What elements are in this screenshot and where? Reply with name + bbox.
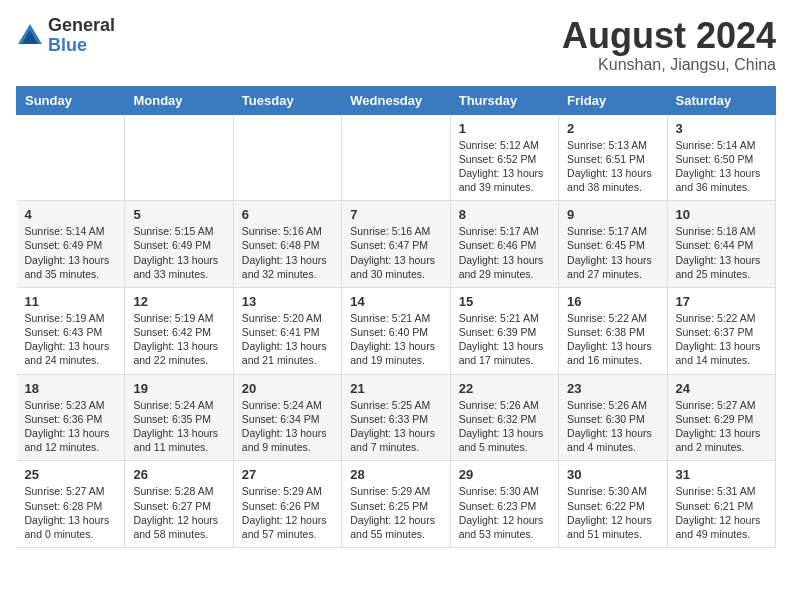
- day-content: Sunrise: 5:24 AM Sunset: 6:34 PM Dayligh…: [242, 398, 333, 455]
- day-number: 11: [25, 294, 117, 309]
- calendar-day-cell: 7Sunrise: 5:16 AM Sunset: 6:47 PM Daylig…: [342, 201, 450, 288]
- title-area: August 2024 Kunshan, Jiangsu, China: [562, 16, 776, 74]
- day-content: Sunrise: 5:30 AM Sunset: 6:23 PM Dayligh…: [459, 484, 550, 541]
- calendar-day-cell: 26Sunrise: 5:28 AM Sunset: 6:27 PM Dayli…: [125, 461, 233, 548]
- calendar-day-cell: 27Sunrise: 5:29 AM Sunset: 6:26 PM Dayli…: [233, 461, 341, 548]
- calendar-day-cell: 5Sunrise: 5:15 AM Sunset: 6:49 PM Daylig…: [125, 201, 233, 288]
- calendar-week-row: 18Sunrise: 5:23 AM Sunset: 6:36 PM Dayli…: [17, 374, 776, 461]
- day-content: Sunrise: 5:22 AM Sunset: 6:38 PM Dayligh…: [567, 311, 658, 368]
- calendar-table: SundayMondayTuesdayWednesdayThursdayFrid…: [16, 86, 776, 548]
- weekday-header-saturday: Saturday: [667, 86, 775, 114]
- day-content: Sunrise: 5:19 AM Sunset: 6:43 PM Dayligh…: [25, 311, 117, 368]
- day-number: 4: [25, 207, 117, 222]
- calendar-day-cell: 19Sunrise: 5:24 AM Sunset: 6:35 PM Dayli…: [125, 374, 233, 461]
- weekday-header-sunday: Sunday: [17, 86, 125, 114]
- calendar-day-cell: 22Sunrise: 5:26 AM Sunset: 6:32 PM Dayli…: [450, 374, 558, 461]
- day-content: Sunrise: 5:24 AM Sunset: 6:35 PM Dayligh…: [133, 398, 224, 455]
- logo-text-blue: Blue: [48, 35, 87, 55]
- day-number: 18: [25, 381, 117, 396]
- calendar-day-cell: 18Sunrise: 5:23 AM Sunset: 6:36 PM Dayli…: [17, 374, 125, 461]
- day-content: Sunrise: 5:17 AM Sunset: 6:45 PM Dayligh…: [567, 224, 658, 281]
- weekday-header-wednesday: Wednesday: [342, 86, 450, 114]
- calendar-day-cell: 29Sunrise: 5:30 AM Sunset: 6:23 PM Dayli…: [450, 461, 558, 548]
- calendar-week-row: 1Sunrise: 5:12 AM Sunset: 6:52 PM Daylig…: [17, 114, 776, 201]
- day-content: Sunrise: 5:25 AM Sunset: 6:33 PM Dayligh…: [350, 398, 441, 455]
- weekday-header-friday: Friday: [559, 86, 667, 114]
- day-content: Sunrise: 5:16 AM Sunset: 6:48 PM Dayligh…: [242, 224, 333, 281]
- day-content: Sunrise: 5:17 AM Sunset: 6:46 PM Dayligh…: [459, 224, 550, 281]
- day-number: 23: [567, 381, 658, 396]
- day-number: 15: [459, 294, 550, 309]
- day-content: Sunrise: 5:29 AM Sunset: 6:25 PM Dayligh…: [350, 484, 441, 541]
- page-header: General Blue August 2024 Kunshan, Jiangs…: [16, 16, 776, 74]
- calendar-day-cell: 10Sunrise: 5:18 AM Sunset: 6:44 PM Dayli…: [667, 201, 775, 288]
- day-content: Sunrise: 5:12 AM Sunset: 6:52 PM Dayligh…: [459, 138, 550, 195]
- day-content: Sunrise: 5:29 AM Sunset: 6:26 PM Dayligh…: [242, 484, 333, 541]
- calendar-day-cell: 23Sunrise: 5:26 AM Sunset: 6:30 PM Dayli…: [559, 374, 667, 461]
- weekday-header-thursday: Thursday: [450, 86, 558, 114]
- day-number: 9: [567, 207, 658, 222]
- logo-icon: [16, 22, 44, 50]
- calendar-day-cell: 12Sunrise: 5:19 AM Sunset: 6:42 PM Dayli…: [125, 287, 233, 374]
- day-content: Sunrise: 5:31 AM Sunset: 6:21 PM Dayligh…: [676, 484, 767, 541]
- day-content: Sunrise: 5:22 AM Sunset: 6:37 PM Dayligh…: [676, 311, 767, 368]
- day-number: 26: [133, 467, 224, 482]
- day-number: 20: [242, 381, 333, 396]
- day-content: Sunrise: 5:15 AM Sunset: 6:49 PM Dayligh…: [133, 224, 224, 281]
- calendar-day-cell: 11Sunrise: 5:19 AM Sunset: 6:43 PM Dayli…: [17, 287, 125, 374]
- calendar-day-cell: 2Sunrise: 5:13 AM Sunset: 6:51 PM Daylig…: [559, 114, 667, 201]
- weekday-header-row: SundayMondayTuesdayWednesdayThursdayFrid…: [17, 86, 776, 114]
- day-number: 31: [676, 467, 767, 482]
- day-content: Sunrise: 5:26 AM Sunset: 6:30 PM Dayligh…: [567, 398, 658, 455]
- calendar-day-cell: 31Sunrise: 5:31 AM Sunset: 6:21 PM Dayli…: [667, 461, 775, 548]
- day-number: 1: [459, 121, 550, 136]
- day-content: Sunrise: 5:13 AM Sunset: 6:51 PM Dayligh…: [567, 138, 658, 195]
- empty-calendar-cell: [342, 114, 450, 201]
- calendar-week-row: 4Sunrise: 5:14 AM Sunset: 6:49 PM Daylig…: [17, 201, 776, 288]
- day-number: 24: [676, 381, 767, 396]
- calendar-week-row: 25Sunrise: 5:27 AM Sunset: 6:28 PM Dayli…: [17, 461, 776, 548]
- day-content: Sunrise: 5:14 AM Sunset: 6:49 PM Dayligh…: [25, 224, 117, 281]
- calendar-day-cell: 21Sunrise: 5:25 AM Sunset: 6:33 PM Dayli…: [342, 374, 450, 461]
- weekday-header-monday: Monday: [125, 86, 233, 114]
- day-number: 3: [676, 121, 767, 136]
- day-number: 10: [676, 207, 767, 222]
- day-number: 14: [350, 294, 441, 309]
- calendar-day-cell: 14Sunrise: 5:21 AM Sunset: 6:40 PM Dayli…: [342, 287, 450, 374]
- calendar-day-cell: 4Sunrise: 5:14 AM Sunset: 6:49 PM Daylig…: [17, 201, 125, 288]
- logo: General Blue: [16, 16, 115, 56]
- day-number: 6: [242, 207, 333, 222]
- calendar-day-cell: 6Sunrise: 5:16 AM Sunset: 6:48 PM Daylig…: [233, 201, 341, 288]
- day-number: 21: [350, 381, 441, 396]
- calendar-day-cell: 1Sunrise: 5:12 AM Sunset: 6:52 PM Daylig…: [450, 114, 558, 201]
- day-content: Sunrise: 5:21 AM Sunset: 6:40 PM Dayligh…: [350, 311, 441, 368]
- day-content: Sunrise: 5:16 AM Sunset: 6:47 PM Dayligh…: [350, 224, 441, 281]
- day-number: 7: [350, 207, 441, 222]
- day-number: 25: [25, 467, 117, 482]
- calendar-day-cell: 25Sunrise: 5:27 AM Sunset: 6:28 PM Dayli…: [17, 461, 125, 548]
- calendar-day-cell: 24Sunrise: 5:27 AM Sunset: 6:29 PM Dayli…: [667, 374, 775, 461]
- day-number: 29: [459, 467, 550, 482]
- day-number: 30: [567, 467, 658, 482]
- empty-calendar-cell: [17, 114, 125, 201]
- day-content: Sunrise: 5:26 AM Sunset: 6:32 PM Dayligh…: [459, 398, 550, 455]
- calendar-day-cell: 15Sunrise: 5:21 AM Sunset: 6:39 PM Dayli…: [450, 287, 558, 374]
- calendar-day-cell: 16Sunrise: 5:22 AM Sunset: 6:38 PM Dayli…: [559, 287, 667, 374]
- calendar-week-row: 11Sunrise: 5:19 AM Sunset: 6:43 PM Dayli…: [17, 287, 776, 374]
- day-content: Sunrise: 5:18 AM Sunset: 6:44 PM Dayligh…: [676, 224, 767, 281]
- logo-text-general: General: [48, 15, 115, 35]
- day-content: Sunrise: 5:28 AM Sunset: 6:27 PM Dayligh…: [133, 484, 224, 541]
- calendar-day-cell: 28Sunrise: 5:29 AM Sunset: 6:25 PM Dayli…: [342, 461, 450, 548]
- day-content: Sunrise: 5:20 AM Sunset: 6:41 PM Dayligh…: [242, 311, 333, 368]
- day-content: Sunrise: 5:27 AM Sunset: 6:29 PM Dayligh…: [676, 398, 767, 455]
- day-content: Sunrise: 5:23 AM Sunset: 6:36 PM Dayligh…: [25, 398, 117, 455]
- day-content: Sunrise: 5:30 AM Sunset: 6:22 PM Dayligh…: [567, 484, 658, 541]
- day-number: 19: [133, 381, 224, 396]
- day-number: 5: [133, 207, 224, 222]
- day-content: Sunrise: 5:19 AM Sunset: 6:42 PM Dayligh…: [133, 311, 224, 368]
- day-content: Sunrise: 5:21 AM Sunset: 6:39 PM Dayligh…: [459, 311, 550, 368]
- day-number: 8: [459, 207, 550, 222]
- calendar-day-cell: 9Sunrise: 5:17 AM Sunset: 6:45 PM Daylig…: [559, 201, 667, 288]
- day-number: 22: [459, 381, 550, 396]
- day-number: 16: [567, 294, 658, 309]
